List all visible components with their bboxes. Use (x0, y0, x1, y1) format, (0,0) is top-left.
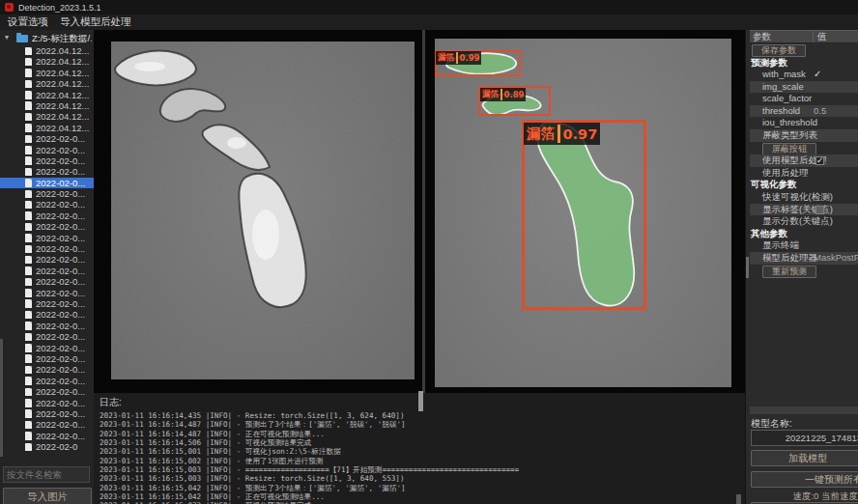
tree-item[interactable]: 2022.04.12... (0, 90, 94, 100)
tree-item-label: 2022-02-0... (36, 408, 85, 419)
tree-item[interactable]: 2022-02-0 (0, 441, 94, 452)
checkbox[interactable] (815, 156, 824, 165)
file-icon (25, 354, 32, 363)
param-row[interactable]: img_scale (750, 81, 858, 94)
param-row[interactable]: scale_factor (750, 93, 858, 105)
tree-item[interactable]: 2022-02-0... (0, 199, 94, 210)
tree-item[interactable]: 2022-02-0... (0, 353, 94, 364)
predict-all-button[interactable]: 一键预测所有 (751, 471, 858, 488)
menu-item[interactable]: 导入模型后处理 (60, 15, 131, 29)
tree-item[interactable]: 2022-02-0... (0, 254, 94, 265)
tree-item[interactable]: 2022.04.12... (0, 78, 94, 89)
panel-scrollbar[interactable] (746, 257, 749, 278)
tree-item[interactable]: 2022-02-0... (0, 431, 94, 441)
tree-item[interactable]: 2022.04.12... (0, 111, 94, 122)
param-value: ✓ (814, 69, 821, 81)
log-line: 2023-01-11 16:16:14,506 |INFO| - 可视化预测结果… (100, 438, 746, 447)
search-input[interactable] (3, 466, 90, 483)
tree-item[interactable]: 2022-02-0... (0, 133, 94, 144)
param-row[interactable]: with_mask ✓ (750, 69, 858, 81)
tree-item[interactable]: 2022-02-0... (0, 221, 94, 232)
file-icon (25, 311, 32, 320)
tree-item[interactable]: 2022-02-0... (0, 298, 94, 309)
tree-item[interactable]: 2022-02-0... (0, 386, 94, 397)
caret-down-icon[interactable]: ▾ (5, 33, 9, 42)
file-icon (25, 223, 32, 232)
tree-item[interactable]: 2022.04.12... (0, 100, 94, 111)
tree-item-label: 2022-02-0... (36, 254, 85, 265)
param-label: 可视化参数 (751, 179, 797, 191)
param-row[interactable]: 显示分数(关键点) (750, 215, 858, 228)
tree-item[interactable]: 2022-02-0... (0, 166, 94, 177)
file-icon (25, 113, 32, 122)
tree-item[interactable]: 2022-02-0... (0, 343, 94, 353)
tree-item[interactable]: 2022-02-0... (0, 398, 94, 408)
tree-item[interactable]: 2022-02-0... (0, 309, 94, 320)
tree-item[interactable]: 2022-02-0... (0, 178, 94, 188)
tree-item[interactable]: 2022-02-0... (0, 210, 94, 221)
param-value: 0.5 (814, 105, 826, 118)
tree-item-label: 2022.04.12... (36, 123, 89, 133)
tree-item[interactable]: 2022-02-0... (0, 288, 94, 298)
label-separator (558, 125, 560, 143)
tree-item[interactable]: 2022-02-0... (0, 243, 94, 254)
tree-item[interactable]: 2022-02-0... (0, 331, 94, 342)
tree-item[interactable]: 2022-02-0... (0, 376, 94, 386)
tree-item-label: 2022-02-0... (36, 321, 85, 331)
tree-item[interactable]: 2022-02-0... (0, 419, 94, 430)
tree-item-label: 2022-02-0... (36, 331, 85, 342)
file-tree: 2022.04.12... 2022.04.12... 2022.04.12..… (0, 45, 94, 455)
param-row[interactable]: 快速可视化(检测) (750, 191, 858, 204)
original-image[interactable] (111, 42, 415, 379)
param-row[interactable]: 保存参数 (750, 43, 858, 57)
tree-scrollbar[interactable] (0, 339, 3, 457)
tree-item[interactable]: 2022-02-0... (0, 364, 94, 375)
import-image-button[interactable]: 导入图片 (3, 488, 92, 504)
param-row[interactable]: 模型后处理器 MaskPostPro (750, 252, 858, 265)
tree-item[interactable]: 2022-02-0... (0, 233, 94, 243)
param-row[interactable]: iou_threshold (750, 117, 858, 129)
param-row[interactable]: 重新预测 (750, 265, 858, 278)
tree-item[interactable]: 2022-02-0... (0, 408, 94, 419)
label-separator (456, 52, 458, 64)
param-row[interactable]: 预测参数 (750, 57, 858, 70)
folder-icon (16, 35, 28, 42)
tree-item[interactable]: 2022-02-0... (0, 145, 94, 155)
detection-box (522, 120, 646, 310)
param-row[interactable]: 显示标签(关键点) (750, 204, 858, 216)
tree-item[interactable]: 2022-02-0... (0, 276, 94, 287)
param-label: scale_factor (762, 93, 812, 105)
param-row[interactable]: 屏蔽按钮 (750, 142, 858, 155)
file-icon (25, 234, 32, 242)
splitter-grip[interactable] (418, 391, 423, 411)
app-logo-icon (5, 3, 14, 12)
param-row[interactable]: 可视化参数 (750, 179, 858, 191)
model-name-field[interactable]: 20221225_174813 (751, 430, 858, 446)
load-model-button[interactable]: 加载模型 (751, 450, 858, 466)
tree-item[interactable]: 2022-02-0... (0, 321, 94, 331)
defect-photo-graphic (111, 42, 415, 379)
tree-item[interactable]: 2022.04.12... (0, 68, 94, 78)
prediction-image[interactable]: 漏箔0.99 漏箔0.89 漏箔0.97 (435, 39, 731, 387)
tree-root-folder[interactable]: ▾ Z:/5-标注数据/... (0, 32, 94, 44)
param-row[interactable]: 使用后处理 (750, 167, 858, 180)
tree-item[interactable]: 2022-02-0... (0, 155, 94, 166)
param-row[interactable]: threshold 0.5 (750, 105, 858, 118)
panel-splitter[interactable] (422, 30, 425, 393)
param-row[interactable]: 屏蔽类型列表 (750, 129, 858, 142)
tree-item[interactable]: 2022.04.12... (0, 123, 94, 133)
param-row[interactable]: 显示终端 (750, 239, 858, 252)
tree-item-label: 2022-02-0... (36, 343, 85, 353)
panel-hscrollbar[interactable] (750, 406, 858, 414)
menu-item[interactable]: 设置选项 (8, 15, 48, 29)
log-scrollbar[interactable] (736, 494, 741, 504)
tree-item[interactable]: 2022-02-0... (0, 188, 94, 199)
checkbox[interactable] (815, 206, 824, 214)
param-label: 使用后处理 (762, 167, 809, 180)
log-line: 2023-01-11 16:16:15,003 |INFO| - Resize:… (100, 474, 746, 483)
tree-item[interactable]: 2022.04.12... (0, 56, 94, 67)
tree-item[interactable]: 2022.04.12... (0, 45, 94, 56)
param-row[interactable]: 使用模型后处理 (750, 154, 858, 167)
tree-item[interactable]: 2022-02-0... (0, 266, 94, 276)
param-row[interactable]: 其他参数 (750, 228, 858, 240)
